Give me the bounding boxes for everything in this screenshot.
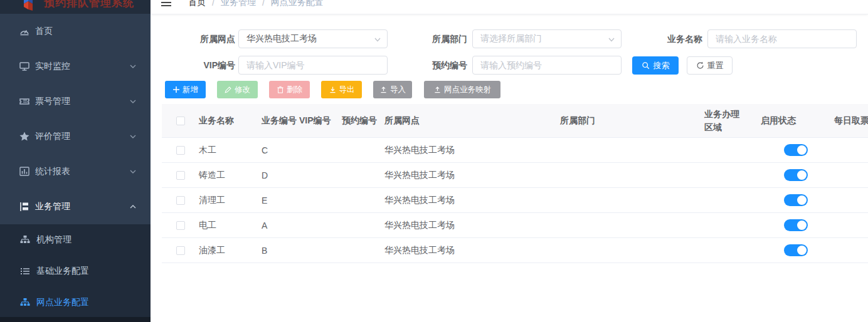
select-all-checkbox[interactable] bbox=[176, 117, 185, 125]
add-button-label: 新增 bbox=[183, 85, 198, 95]
reset-button[interactable]: 重置 bbox=[687, 56, 733, 75]
sidebar-item-ticket-management[interactable]: 票号管理 bbox=[0, 84, 151, 119]
header-business-code: 业务编号 bbox=[262, 115, 299, 127]
cell-branch: 华兴热电技工考场 bbox=[384, 145, 560, 156]
add-button[interactable]: 新增 bbox=[165, 81, 206, 98]
sidebar-item-org-management[interactable]: 机构管理 bbox=[0, 224, 151, 256]
sitemap-icon bbox=[20, 298, 30, 308]
breadcrumb: 首页 / 业务管理 / 网点业务配置 bbox=[188, 0, 324, 8]
search-button[interactable]: 搜索 bbox=[632, 56, 679, 75]
row-checkbox[interactable] bbox=[176, 246, 185, 255]
main-area: 首页 / 业务管理 / 网点业务配置 所属网点 华兴热电技工考场 所属部门 请选… bbox=[151, 0, 868, 322]
sidebar-item-label: 票号管理 bbox=[35, 96, 70, 107]
hamburger-menu-icon[interactable] bbox=[161, 0, 172, 8]
business-name-label: 业务名称 bbox=[630, 29, 702, 48]
header-handling-area: 业务办理区域 bbox=[704, 108, 743, 134]
cell-business-name: 铸造工 bbox=[199, 170, 262, 181]
upload-icon bbox=[433, 86, 442, 94]
sidebar-item-realtime-monitor[interactable]: 实时监控 bbox=[0, 49, 151, 84]
monitor-icon bbox=[19, 61, 30, 72]
enable-toggle[interactable] bbox=[784, 194, 808, 206]
ticket-icon bbox=[19, 96, 30, 107]
sidebar-item-business-management[interactable]: 业务管理 bbox=[0, 189, 151, 224]
search-button-label: 搜索 bbox=[654, 60, 670, 71]
enable-toggle[interactable] bbox=[784, 169, 808, 181]
business-name-input[interactable] bbox=[707, 29, 857, 48]
breadcrumb-branch-business-config[interactable]: 网点业务配置 bbox=[271, 0, 324, 8]
top-bar: 首页 / 业务管理 / 网点业务配置 bbox=[151, 0, 868, 14]
export-button-label: 导出 bbox=[339, 85, 355, 95]
plus-icon bbox=[172, 86, 180, 93]
sidebar-item-label: 业务管理 bbox=[35, 201, 70, 212]
chevron-down-icon bbox=[373, 35, 382, 44]
upload-icon bbox=[379, 86, 388, 94]
sidebar-item-label: 实时监控 bbox=[35, 61, 70, 72]
sidebar-item-basic-business-config[interactable]: 基础业务配置 bbox=[0, 256, 151, 287]
row-checkbox[interactable] bbox=[176, 196, 185, 205]
sidebar-item-statistics-report[interactable]: 统计报表 bbox=[0, 154, 151, 189]
header-daily-ticket: 每日取票 bbox=[812, 115, 868, 127]
cell-business-code: A bbox=[262, 221, 299, 231]
appointment-number-input[interactable] bbox=[472, 56, 622, 75]
department-select[interactable]: 请选择所属部门 bbox=[472, 29, 622, 48]
modify-button-label: 修改 bbox=[235, 85, 250, 95]
sidebar-bottom-strip bbox=[0, 317, 151, 322]
site-select-value: 华兴热电技工考场 bbox=[246, 33, 317, 44]
sidebar-item-branch-business-config[interactable]: 网点业务配置 bbox=[0, 287, 151, 318]
sidebar-item-label: 评价管理 bbox=[35, 131, 70, 142]
row-checkbox[interactable] bbox=[176, 221, 185, 230]
breadcrumb-separator: / bbox=[262, 0, 265, 8]
sidebar: 预约排队管理系统 首页 实时监控 bbox=[0, 0, 151, 322]
enable-toggle[interactable] bbox=[784, 244, 808, 256]
cell-business-code: E bbox=[262, 195, 299, 205]
sidebar-item-label: 首页 bbox=[35, 26, 53, 37]
enable-toggle[interactable] bbox=[784, 219, 808, 231]
chevron-down-icon bbox=[129, 168, 137, 175]
breadcrumb-home[interactable]: 首页 bbox=[188, 0, 206, 8]
row-checkbox[interactable] bbox=[176, 146, 185, 155]
sidebar-item-label: 网点业务配置 bbox=[36, 297, 89, 308]
list-icon bbox=[20, 266, 30, 276]
site-select[interactable]: 华兴热电技工考场 bbox=[238, 29, 388, 48]
table-row: 清理工 E 华兴热电技工考场 bbox=[162, 188, 868, 213]
sidebar-submenu: 机构管理 基础业务配置 bbox=[0, 224, 151, 322]
edit-icon bbox=[225, 86, 232, 93]
cell-branch: 华兴热电技工考场 bbox=[384, 220, 560, 231]
modify-button[interactable]: 修改 bbox=[217, 81, 258, 98]
table-row: 电工 A 华兴热电技工考场 bbox=[162, 213, 868, 238]
delete-button[interactable]: 删除 bbox=[269, 81, 310, 98]
dashboard-icon bbox=[19, 26, 30, 37]
cell-business-name: 木工 bbox=[199, 145, 262, 156]
trash-icon bbox=[277, 86, 284, 93]
enable-toggle[interactable] bbox=[784, 144, 808, 156]
import-button-label: 导入 bbox=[390, 85, 406, 95]
chevron-down-icon bbox=[607, 35, 616, 44]
sidebar-item-home[interactable]: 首页 bbox=[0, 14, 151, 49]
app-window: 预约排队管理系统 首页 实时监控 bbox=[0, 0, 868, 322]
chevron-up-icon bbox=[129, 203, 137, 210]
import-button[interactable]: 导入 bbox=[373, 81, 412, 98]
department-label: 所属部门 bbox=[395, 29, 467, 48]
breadcrumb-business-management[interactable]: 业务管理 bbox=[221, 0, 256, 8]
refresh-icon bbox=[696, 61, 704, 70]
sidebar-item-label: 基础业务配置 bbox=[36, 266, 89, 277]
sidebar-item-evaluation-management[interactable]: 评价管理 bbox=[0, 119, 151, 154]
sidebar-item-label: 机构管理 bbox=[36, 234, 71, 246]
business-table: 业务名称 业务编号 VIP编号 预约编号 所属网点 所属部门 业务办理区域 启用… bbox=[162, 104, 868, 263]
branch-business-mapping-button[interactable]: 网点业务映射 bbox=[424, 81, 500, 98]
cell-business-name: 油漆工 bbox=[199, 245, 262, 256]
header-appointment-number: 预约编号 bbox=[342, 115, 384, 127]
export-button[interactable]: 导出 bbox=[321, 81, 362, 98]
app-title: 预约排队管理系统 bbox=[44, 0, 134, 10]
chevron-down-icon bbox=[129, 98, 137, 105]
header-branch: 所属网点 bbox=[384, 115, 560, 127]
tree-icon bbox=[19, 201, 30, 212]
cell-branch: 华兴热电技工考场 bbox=[384, 245, 560, 256]
row-checkbox[interactable] bbox=[176, 171, 185, 180]
cell-business-name: 电工 bbox=[199, 220, 262, 231]
header-vip-number: VIP编号 bbox=[299, 115, 342, 127]
star-icon bbox=[19, 131, 30, 142]
vip-number-input[interactable] bbox=[238, 56, 388, 75]
vip-number-label: VIP编号 bbox=[163, 56, 235, 75]
cell-branch: 华兴热电技工考场 bbox=[384, 195, 560, 206]
